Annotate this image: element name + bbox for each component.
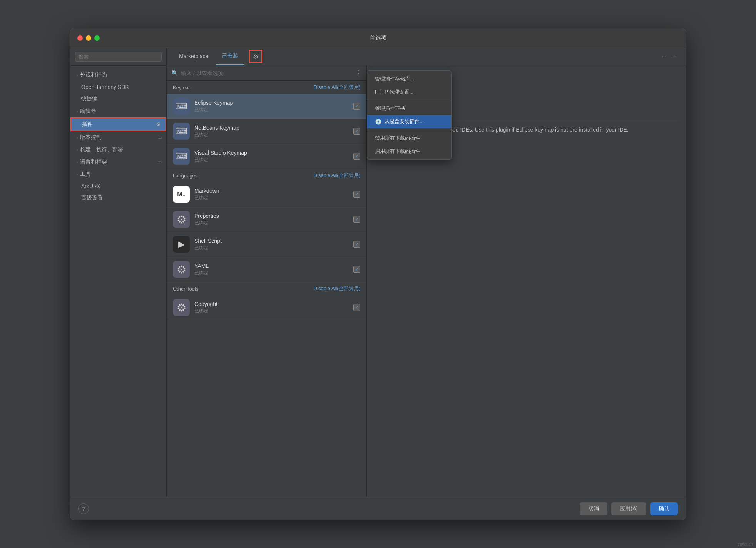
plugin-info-markdown: Markdown 已绑定 <box>194 188 349 201</box>
plugin-item-markdown[interactable]: M↓ Markdown 已绑定 ✓ <box>167 182 366 207</box>
plugin-status-copyright: 已绑定 <box>194 308 349 314</box>
plugin-checkbox-yaml[interactable]: ✓ <box>353 266 360 273</box>
plugin-name-shell: Shell Script <box>194 238 349 244</box>
plugin-checkbox-vscode[interactable]: ✓ <box>353 153 360 160</box>
plugin-list-area: 🔍 ⋮ Keymap Disable All(全部禁用) ⌨ <box>167 65 367 497</box>
plugin-info-eclipse: Eclipse Keymap 已绑定 <box>194 100 349 113</box>
disable-all-other-button[interactable]: Disable All(全部禁用) <box>314 285 360 292</box>
plugin-info-vscode: Visual Studio Keymap 已绑定 <box>194 150 349 163</box>
more-options-icon[interactable]: ⋮ <box>356 69 362 77</box>
plugin-info-shell: Shell Script 已绑定 <box>194 238 349 251</box>
main-content: › 外观和行为 OpenHarmony SDK 快捷键 › 编辑器 插件 ⚙ <box>70 48 686 497</box>
plugin-checkbox-markdown[interactable]: ✓ <box>353 191 360 198</box>
sidebar-item-label: 构建、执行、部署 <box>80 146 123 153</box>
sidebar-item-label: 插件 <box>82 121 93 128</box>
dropdown-item-disable-downloaded[interactable]: 禁用所有下载的插件 <box>367 132 451 145</box>
dropdown-item-install-disk-label: 从磁盘安装插件... <box>385 118 424 125</box>
sidebar-item-label: 版本控制 <box>80 134 102 141</box>
nav-forward-button[interactable]: → <box>670 52 679 62</box>
section-header-other: Other Tools Disable All(全部禁用) <box>167 282 366 295</box>
sidebar-item-openharmony[interactable]: OpenHarmony SDK <box>70 81 166 93</box>
sidebar-item-editor[interactable]: › 编辑器 <box>70 105 166 117</box>
yaml-icon: ⚙ <box>173 261 190 278</box>
plugin-item-properties[interactable]: ⚙ Properties 已绑定 ✓ <box>167 207 366 232</box>
nav-back-button[interactable]: ← <box>659 52 669 62</box>
plugin-item-shell[interactable]: ▶ Shell Script 已绑定 ✓ <box>167 232 366 257</box>
dropdown-item-http-proxy[interactable]: HTTP 代理设置... <box>367 85 451 99</box>
sidebar-item-label: 快捷键 <box>81 95 97 102</box>
arrow-icon: › <box>77 135 78 140</box>
sidebar: › 外观和行为 OpenHarmony SDK 快捷键 › 编辑器 插件 ⚙ <box>70 48 167 497</box>
sidebar-item-label: 外观和行为 <box>80 72 107 79</box>
dropdown-item-manage-repo[interactable]: 管理插件存储库... <box>367 72 451 85</box>
dropdown-item-install-disk[interactable]: 💿 从磁盘安装插件... <box>367 115 451 128</box>
plugin-item-netbeans[interactable]: ⌨ NetBeans Keymap 已绑定 ✓ <box>167 119 366 144</box>
apply-button[interactable]: 应用(A) <box>611 502 646 515</box>
sidebar-item-lang[interactable]: › 语言和框架 ▭ <box>70 156 166 168</box>
dropdown-item-enable-downloaded[interactable]: 启用所有下载的插件 <box>367 145 451 158</box>
section-name-keymap: Keymap <box>173 85 191 90</box>
sidebar-item-label: 高级设置 <box>81 195 103 202</box>
help-button[interactable]: ? <box>78 503 89 514</box>
dropdown-divider-2 <box>367 130 451 130</box>
netbeans-keymap-icon: ⌨ <box>173 123 190 140</box>
nav-arrows: ← → <box>659 52 679 62</box>
tab-installed[interactable]: 已安装 <box>216 48 244 65</box>
search-icon: 🔍 <box>171 70 178 76</box>
bottom-bar: ? 取消 应用(A) 确认 <box>70 497 686 520</box>
plugin-name-vscode: Visual Studio Keymap <box>194 150 349 156</box>
plugin-checkbox-shell[interactable]: ✓ <box>353 241 360 248</box>
tab-marketplace[interactable]: Marketplace <box>173 48 214 65</box>
plugin-checkbox-netbeans[interactable]: ✓ <box>353 128 360 135</box>
window-title: 首选项 <box>370 34 387 42</box>
sidebar-item-label: OpenHarmony SDK <box>81 84 129 90</box>
plugin-name-netbeans: NetBeans Keymap <box>194 125 349 131</box>
plugin-list-search: 🔍 ⋮ <box>167 65 366 81</box>
plugin-item-yaml[interactable]: ⚙ YAML 已绑定 ✓ <box>167 257 366 282</box>
translate-icon: ⚙ <box>156 121 161 127</box>
sidebar-item-label: 语言和框架 <box>80 159 107 165</box>
plugin-item-vscode[interactable]: ⌨ Visual Studio Keymap 已绑定 ✓ <box>167 144 366 169</box>
disable-all-languages-button[interactable]: Disable All(全部禁用) <box>314 172 360 179</box>
sidebar-item-shortcuts[interactable]: 快捷键 <box>70 93 166 105</box>
bottom-buttons: 取消 应用(A) 确认 <box>580 502 678 515</box>
sidebar-item-arkui[interactable]: ArkUI-X <box>70 180 166 192</box>
section-name-other: Other Tools <box>173 286 198 292</box>
plugin-item-copyright[interactable]: ⚙ Copyright 已绑定 ✓ <box>167 295 366 320</box>
tab-gear-button[interactable]: ⚙ <box>249 50 262 63</box>
sidebar-item-label: 工具 <box>80 171 91 178</box>
sidebar-item-tools[interactable]: › 工具 <box>70 168 166 180</box>
eclipse-keymap-icon: ⌨ <box>173 98 190 115</box>
plugin-checkbox-properties[interactable]: ✓ <box>353 216 360 223</box>
sidebar-search-area <box>70 48 166 66</box>
shell-icon: ▶ <box>173 236 190 253</box>
plugin-info-netbeans: NetBeans Keymap 已绑定 <box>194 125 349 138</box>
disk-icon: ▭ <box>157 159 162 165</box>
plugin-scroll-area: Keymap Disable All(全部禁用) ⌨ Eclipse Keyma… <box>167 81 366 497</box>
sidebar-item-advanced[interactable]: 高级设置 <box>70 192 166 204</box>
plugin-status-vscode: 已绑定 <box>194 157 349 163</box>
minimize-button[interactable] <box>86 35 91 41</box>
markdown-icon: M↓ <box>173 186 190 203</box>
sidebar-item-plugins[interactable]: 插件 ⚙ <box>70 117 166 131</box>
sidebar-item-vcs[interactable]: › 版本控制 ▭ <box>70 131 166 144</box>
confirm-button[interactable]: 确认 <box>650 502 678 515</box>
disk-install-icon: 💿 <box>375 119 381 125</box>
dropdown-divider <box>367 100 451 100</box>
plugin-checkbox-copyright[interactable]: ✓ <box>353 304 360 311</box>
plugin-name-yaml: YAML <box>194 263 349 269</box>
plugin-status-yaml: 已绑定 <box>194 270 349 276</box>
plugin-checkbox-eclipse[interactable]: ✓ <box>353 103 360 110</box>
dropdown-item-manage-cert[interactable]: 管理插件证书 <box>367 102 451 115</box>
sidebar-item-build[interactable]: › 构建、执行、部署 <box>70 144 166 156</box>
maximize-button[interactable] <box>94 35 100 41</box>
cancel-button[interactable]: 取消 <box>580 502 607 515</box>
plugin-search-input[interactable] <box>181 70 353 76</box>
disable-all-keymap-button[interactable]: Disable All(全部禁用) <box>314 84 360 91</box>
sidebar-search-input[interactable] <box>75 52 162 62</box>
tabs-bar: Marketplace 已安装 ⚙ ← → <box>167 48 686 65</box>
close-button[interactable] <box>77 35 83 41</box>
sidebar-item-appearance[interactable]: › 外观和行为 <box>70 69 166 81</box>
plugin-item-eclipse[interactable]: ⌨ Eclipse Keymap 已绑定 ✓ <box>167 94 366 119</box>
plugin-name-eclipse: Eclipse Keymap <box>194 100 349 106</box>
